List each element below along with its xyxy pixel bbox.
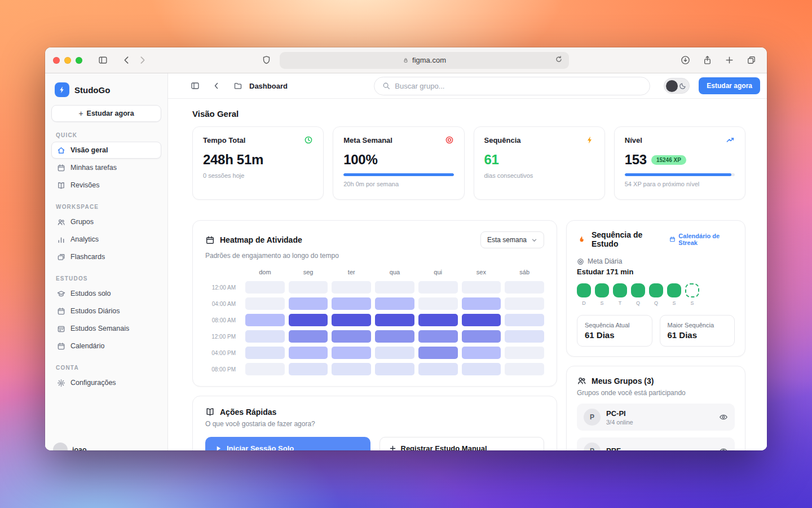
privacy-shield-icon[interactable] — [258, 52, 274, 68]
plus-icon — [389, 445, 396, 450]
target-icon — [577, 258, 584, 265]
heatmap-cell[interactable] — [332, 363, 371, 375]
heatmap-cell[interactable] — [418, 330, 458, 343]
heatmap-cell[interactable] — [245, 330, 285, 343]
heatmap-cell[interactable] — [418, 281, 458, 294]
forward-icon[interactable] — [134, 52, 150, 68]
heatmap-cell[interactable] — [505, 314, 544, 326]
heatmap-day-label: qua — [375, 269, 414, 277]
heatmap-cell[interactable] — [505, 347, 544, 359]
heatmap-cell[interactable] — [375, 330, 414, 343]
heatmap-cell[interactable] — [245, 281, 285, 294]
streak-day-done-icon — [613, 283, 627, 297]
heatmap-cell[interactable] — [289, 363, 328, 375]
sidebar-item-label: Analytics — [70, 235, 99, 243]
sidebar-item-calendario[interactable]: Calendário — [51, 338, 161, 354]
section-label-quick: QUICK — [56, 132, 161, 138]
sidebar-item-revisoes[interactable]: Revisões — [51, 177, 161, 194]
heatmap-cell[interactable] — [418, 347, 458, 359]
heatmap-cell[interactable] — [289, 314, 328, 326]
zoom-window-button[interactable] — [76, 57, 82, 64]
heatmap-cell[interactable] — [462, 330, 501, 343]
flashcards-icon — [57, 253, 65, 261]
heatmap-cell[interactable] — [505, 363, 544, 375]
refresh-icon[interactable] — [555, 55, 565, 65]
sidebar-item-flashcards[interactable]: Flashcards — [51, 248, 161, 265]
heatmap-cell[interactable] — [332, 330, 371, 343]
heatmap-cell[interactable] — [375, 347, 414, 359]
heatmap-cell[interactable] — [245, 347, 285, 359]
heatmap-cell[interactable] — [462, 363, 501, 375]
heatmap-cell[interactable] — [332, 281, 371, 294]
heatmap-cell[interactable] — [332, 314, 371, 326]
heatmap-cell[interactable] — [505, 297, 544, 310]
heatmap-cell[interactable] — [245, 297, 285, 310]
minimize-window-button[interactable] — [64, 57, 71, 64]
sidebar-study-now-label: Estudar agora — [87, 110, 134, 117]
heatmap-cell[interactable] — [462, 314, 501, 326]
heatmap-cell[interactable] — [245, 314, 285, 326]
group-item-prf[interactable]: P PRF — [577, 437, 735, 450]
sidebar-user-row[interactable]: joao — [53, 443, 87, 450]
heatmap-cell[interactable] — [289, 281, 328, 294]
sidebar-item-estudos-semanais[interactable]: Estudos Semanais — [51, 320, 161, 337]
sidebar-item-grupos[interactable]: Grupos — [51, 213, 161, 230]
heatmap-cell[interactable] — [505, 330, 544, 343]
share-icon[interactable] — [699, 52, 715, 68]
sidebar-item-estudos-solo[interactable]: Estudos solo — [51, 285, 161, 302]
moon-icon — [679, 82, 687, 90]
lightning-logo-icon — [55, 82, 69, 97]
streak-calendar-link[interactable]: Calendário de Streak — [669, 233, 735, 246]
sidebar-item-visao-geral[interactable]: Visão geral — [51, 142, 161, 159]
heatmap-cell[interactable] — [289, 330, 328, 343]
heatmap-day-label: qui — [418, 269, 458, 277]
new-tab-icon[interactable] — [721, 52, 737, 68]
heatmap-cell[interactable] — [418, 363, 458, 375]
heatmap-cell[interactable] — [375, 363, 414, 375]
sidebar-item-label: Configurações — [70, 379, 116, 387]
heatmap-cell[interactable] — [332, 347, 371, 359]
heatmap-range-select[interactable]: Esta semana — [480, 231, 544, 248]
streak-link-label: Calendário de Streak — [678, 233, 735, 246]
sidebar-item-estudos-diarios[interactable]: Estudos Diários — [51, 303, 161, 319]
heatmap-cell[interactable] — [375, 314, 414, 326]
heatmap-cell[interactable] — [462, 297, 501, 310]
heatmap-cell[interactable] — [245, 363, 285, 375]
browser-sidebar-icon[interactable] — [95, 52, 111, 68]
heatmap-cell[interactable] — [418, 314, 458, 326]
address-bar[interactable]: figma.com — [280, 52, 569, 69]
sidebar-item-analytics[interactable]: Analytics — [51, 231, 161, 248]
study-now-cta-button[interactable]: Estudar agora — [699, 77, 760, 94]
nav-back-icon[interactable] — [210, 79, 223, 93]
register-manual-study-button[interactable]: Registrar Estudo Manual Adicione uma ses… — [379, 437, 545, 450]
eye-icon[interactable] — [719, 413, 728, 422]
eye-icon[interactable] — [719, 446, 728, 450]
heatmap-cell[interactable] — [289, 347, 328, 359]
sidebar-item-configuracoes[interactable]: Configurações — [51, 374, 161, 391]
tab-overview-icon[interactable] — [743, 52, 759, 68]
streak-day: Q — [649, 283, 663, 306]
start-solo-session-button[interactable]: Iniciar Sessão Solo Comece a estudar soz… — [205, 437, 370, 450]
heatmap-cell[interactable] — [462, 281, 501, 294]
downloads-icon[interactable] — [677, 52, 693, 68]
back-icon[interactable] — [118, 52, 134, 68]
sidebar-item-label: Estudos Semanais — [70, 325, 129, 332]
theme-toggle[interactable] — [664, 78, 690, 94]
panel-toggle-icon[interactable] — [188, 79, 202, 93]
heatmap-cell[interactable] — [418, 297, 458, 310]
search-input[interactable] — [395, 82, 642, 90]
close-window-button[interactable] — [53, 57, 60, 64]
sidebar-study-now-button[interactable]: + Estudar agora — [51, 105, 161, 122]
group-item-pcpi[interactable]: P PC-PI 3/4 online — [577, 404, 735, 431]
group-search[interactable] — [374, 77, 650, 95]
browser-window: figma.com — [45, 47, 767, 450]
heatmap-cell[interactable] — [289, 297, 328, 310]
streak-day-done-icon — [577, 283, 591, 297]
heatmap-cell[interactable] — [505, 281, 544, 294]
heatmap-cell[interactable] — [462, 347, 501, 359]
heatmap-cell[interactable] — [375, 297, 414, 310]
heatmap-cell[interactable] — [375, 281, 414, 294]
heatmap-cell[interactable] — [332, 297, 371, 310]
stat-label: Tempo Total — [203, 136, 245, 144]
sidebar-item-minhas-tarefas[interactable]: Minhas tarefas — [51, 159, 161, 176]
